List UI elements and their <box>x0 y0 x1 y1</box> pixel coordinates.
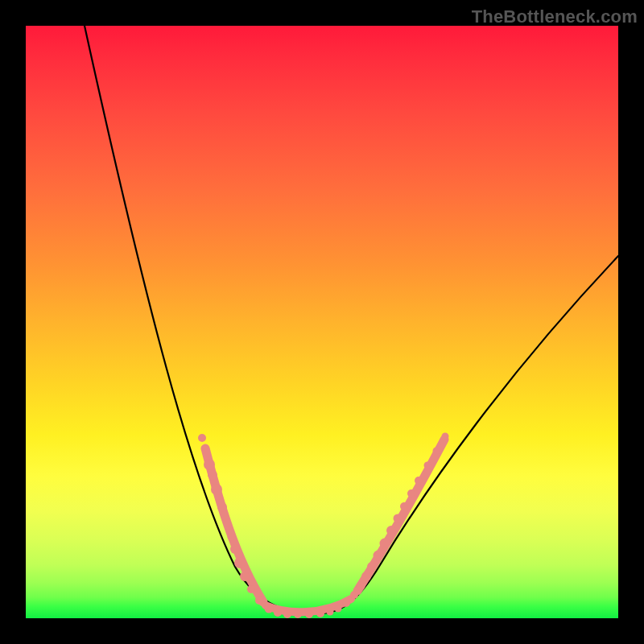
curve-dot <box>357 582 365 591</box>
curve-dot <box>342 599 350 607</box>
curve-dot <box>361 572 371 581</box>
curve-dot <box>230 544 240 554</box>
curve-dot <box>394 514 402 523</box>
curve-dot <box>305 610 313 618</box>
curve-dot <box>367 562 377 572</box>
curve-dot <box>407 489 415 497</box>
chart-frame: TheBottleneck.com <box>0 0 644 644</box>
curve-dot <box>433 448 440 455</box>
curve-dot <box>204 459 215 470</box>
curve-dots-left <box>198 434 291 618</box>
watermark-text: TheBottleneck.com <box>472 6 638 27</box>
curve-dot <box>274 609 282 617</box>
curve-dot <box>247 585 255 593</box>
plot-area <box>26 26 618 618</box>
curve-dot <box>198 434 206 442</box>
curve-dot <box>228 534 235 541</box>
curve-dot <box>350 591 358 599</box>
curve-dot <box>374 551 384 561</box>
curve-dot <box>240 572 250 581</box>
curve-dot <box>234 557 246 568</box>
curve-dot <box>424 462 431 469</box>
curve-dot <box>255 597 263 605</box>
curve-dot <box>380 539 390 549</box>
bottleneck-curve <box>85 26 618 613</box>
curve-dot <box>283 610 291 618</box>
curve-dot <box>386 526 396 535</box>
curve-dot <box>335 605 342 613</box>
curve-dot <box>211 484 222 495</box>
curve-dot <box>415 477 423 485</box>
chart-svg <box>26 26 618 618</box>
curve-dot <box>208 470 217 480</box>
curve-dot <box>265 605 274 613</box>
curve-dot <box>327 609 334 616</box>
curve-dot <box>400 502 408 510</box>
curve-dot <box>217 502 227 512</box>
curve-dot <box>316 609 324 617</box>
curve-dot <box>294 610 302 618</box>
curve-dot <box>442 433 449 440</box>
curve-dot <box>224 520 231 527</box>
